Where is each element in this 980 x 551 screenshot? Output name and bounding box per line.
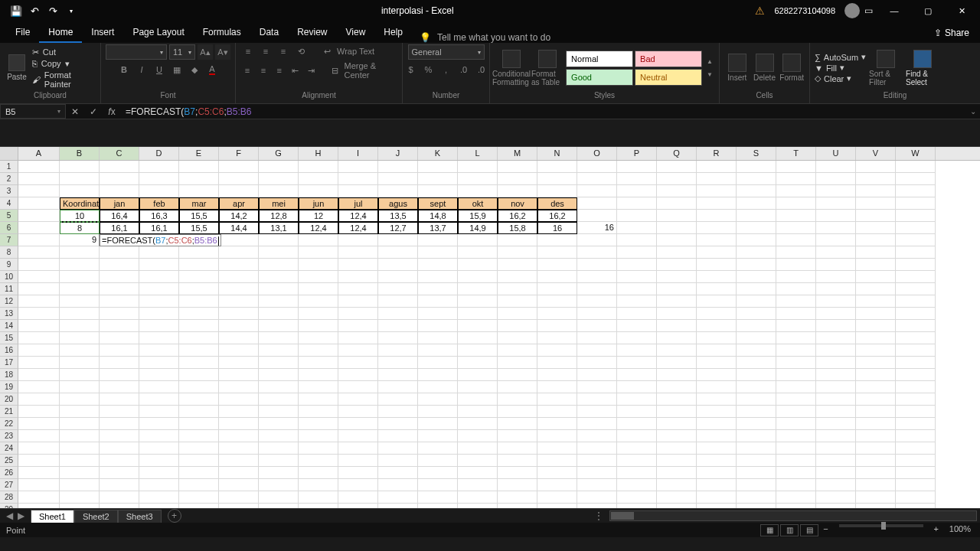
redo-icon[interactable]: ↷: [44, 2, 61, 19]
cell-O22[interactable]: [577, 418, 617, 430]
cell-H28[interactable]: [299, 491, 338, 504]
tab-review[interactable]: Review: [288, 22, 336, 43]
cell-G14[interactable]: [259, 320, 299, 332]
cell-I19[interactable]: [338, 381, 378, 393]
row-header-28[interactable]: 28: [0, 491, 18, 504]
cell-U22[interactable]: [816, 418, 856, 430]
cell-J28[interactable]: [378, 491, 418, 504]
cell-L7[interactable]: [458, 234, 498, 246]
cell-N1[interactable]: [537, 161, 577, 173]
style-bad[interactable]: Bad: [635, 51, 702, 67]
cell-P9[interactable]: [617, 259, 657, 271]
cell-I2[interactable]: [338, 173, 378, 185]
cell-T19[interactable]: [776, 381, 816, 393]
cell-N2[interactable]: [537, 173, 577, 185]
cell-S7[interactable]: [737, 234, 776, 246]
cell-K2[interactable]: [418, 173, 458, 185]
formula-input[interactable]: =FORECAST(B7;C5:C6;B5:B6: [121, 104, 966, 119]
cell-U7[interactable]: [816, 234, 856, 246]
cell-P24[interactable]: [617, 442, 657, 455]
cell-Q28[interactable]: [657, 491, 697, 504]
cell-B18[interactable]: [60, 369, 100, 381]
undo-icon[interactable]: ↶: [26, 2, 43, 19]
cell-S10[interactable]: [737, 271, 776, 283]
cell-O23[interactable]: [577, 430, 617, 442]
cell-P11[interactable]: [617, 283, 657, 295]
cell-R7[interactable]: [697, 234, 737, 246]
cell-I12[interactable]: [338, 295, 378, 308]
cell-S6[interactable]: [737, 222, 776, 234]
cell-D20[interactable]: [139, 393, 179, 406]
col-header-L[interactable]: L: [458, 147, 498, 160]
cell-R21[interactable]: [697, 406, 737, 418]
cell-I10[interactable]: [338, 271, 378, 283]
fx-button[interactable]: fx: [103, 106, 121, 117]
cell-T6[interactable]: [776, 222, 816, 234]
cell-J23[interactable]: [378, 430, 418, 442]
cell-B27[interactable]: [60, 479, 100, 491]
cell-I18[interactable]: [338, 369, 378, 381]
cell-U3[interactable]: [816, 185, 856, 197]
cell-L18[interactable]: [458, 369, 498, 381]
cell-V3[interactable]: [856, 185, 896, 197]
cell-Q4[interactable]: [657, 197, 697, 210]
cell-F5[interactable]: 14,2: [219, 210, 259, 222]
cell-M16[interactable]: [498, 344, 537, 357]
cell-C27[interactable]: [100, 479, 139, 491]
cell-L12[interactable]: [458, 295, 498, 308]
cell-B7[interactable]: 9: [60, 234, 100, 246]
cell-Q8[interactable]: [657, 246, 697, 259]
cell-N20[interactable]: [537, 393, 577, 406]
cell-A18[interactable]: [18, 369, 60, 381]
cell-W17[interactable]: [896, 357, 936, 369]
cell-O6[interactable]: 16: [577, 222, 617, 234]
italic-button[interactable]: I: [134, 63, 149, 77]
cell-E26[interactable]: [179, 467, 219, 479]
cell-H27[interactable]: [299, 479, 338, 491]
wrap-text-button[interactable]: ↩: [319, 44, 335, 58]
row-header-24[interactable]: 24: [0, 442, 18, 455]
cell-T28[interactable]: [776, 491, 816, 504]
cell-D28[interactable]: [139, 491, 179, 504]
cell-V2[interactable]: [856, 173, 896, 185]
cell-B19[interactable]: [60, 381, 100, 393]
split-handle-icon[interactable]: ⋮: [588, 510, 609, 521]
cell-L26[interactable]: [458, 467, 498, 479]
row-header-4[interactable]: 4: [0, 197, 18, 210]
row-header-9[interactable]: 9: [0, 259, 18, 271]
cell-L4[interactable]: okt: [458, 197, 498, 210]
cell-W12[interactable]: [896, 295, 936, 308]
styles-down-icon[interactable]: ▼: [707, 71, 713, 78]
cell-D2[interactable]: [139, 173, 179, 185]
cell-A22[interactable]: [18, 418, 60, 430]
cell-A25[interactable]: [18, 455, 60, 467]
cell-M25[interactable]: [498, 455, 537, 467]
row-header-6[interactable]: 6: [0, 222, 18, 234]
cell-T27[interactable]: [776, 479, 816, 491]
cell-A21[interactable]: [18, 406, 60, 418]
col-header-A[interactable]: A: [18, 147, 60, 160]
save-icon[interactable]: 💾: [8, 2, 24, 19]
cell-J22[interactable]: [378, 418, 418, 430]
cell-I28[interactable]: [338, 491, 378, 504]
cell-I29[interactable]: [338, 504, 378, 508]
cell-G20[interactable]: [259, 393, 299, 406]
row-header-23[interactable]: 23: [0, 430, 18, 442]
cell-S3[interactable]: [737, 185, 776, 197]
add-sheet-button[interactable]: +: [168, 509, 181, 523]
cell-R22[interactable]: [697, 418, 737, 430]
cell-A19[interactable]: [18, 381, 60, 393]
cell-S1[interactable]: [737, 161, 776, 173]
cell-O24[interactable]: [577, 442, 617, 455]
cell-J15[interactable]: [378, 332, 418, 344]
cell-F7[interactable]: [219, 234, 259, 246]
cell-K16[interactable]: [418, 344, 458, 357]
cell-H14[interactable]: [299, 320, 338, 332]
cell-L24[interactable]: [458, 442, 498, 455]
cell-W1[interactable]: [896, 161, 936, 173]
cell-J29[interactable]: [378, 504, 418, 508]
cell-I13[interactable]: [338, 308, 378, 320]
cell-C3[interactable]: [100, 185, 139, 197]
cell-P1[interactable]: [617, 161, 657, 173]
cell-C5[interactable]: 16,4: [100, 210, 139, 222]
